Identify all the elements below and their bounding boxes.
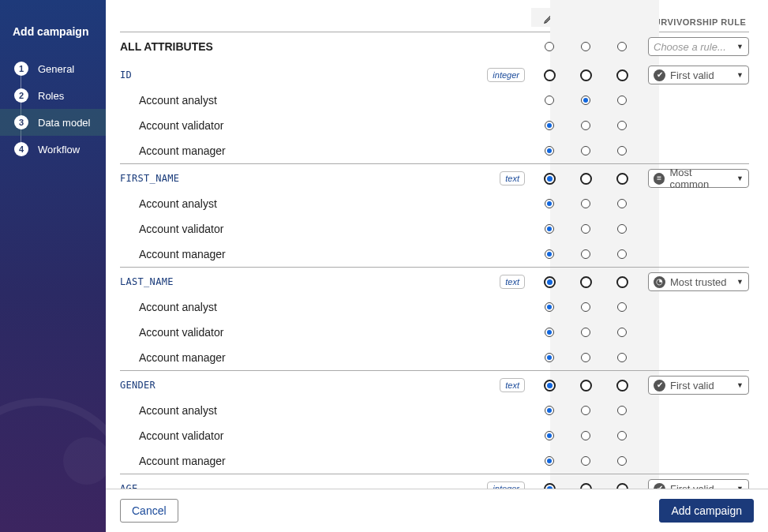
role-perm-edit[interactable] — [545, 353, 554, 362]
attr-perm-hide[interactable] — [616, 69, 628, 81]
role-perm-edit[interactable] — [545, 146, 554, 155]
role-perm-hide[interactable] — [617, 199, 627, 208]
role-perm-edit[interactable] — [545, 121, 554, 130]
role-perm-edit[interactable] — [545, 302, 554, 312]
all-attr-rule-select[interactable]: Choose a rule... ▼ — [648, 37, 749, 56]
chevron-down-icon: ▼ — [736, 381, 744, 389]
survivorship-header: SURVIVORSHIP RULE — [640, 17, 749, 27]
role-perm-view[interactable] — [581, 431, 590, 440]
role-perm-view[interactable] — [581, 456, 590, 466]
attr-perm-hide[interactable] — [616, 173, 628, 185]
data-model-scroll[interactable]: SURVIVORSHIP RULE ALL ATTRIBUTES Choose … — [106, 0, 768, 489]
rule-icon: ✔ — [654, 483, 665, 489]
role-perm-edit[interactable] — [545, 328, 554, 337]
wizard-step-1[interactable]: 1General — [0, 55, 106, 82]
wizard-step-3[interactable]: 3Data model — [0, 109, 106, 136]
chevron-down-icon: ▼ — [736, 174, 744, 182]
role-perm-edit[interactable] — [545, 199, 554, 208]
role-perm-view[interactable] — [581, 249, 590, 259]
rule-icon: ≡ — [654, 173, 665, 185]
step-number: 3 — [14, 115, 28, 129]
role-perm-hide[interactable] — [617, 353, 627, 362]
rule-select[interactable]: ≡Most common▼ — [648, 169, 749, 188]
all-attr-perm-hide[interactable] — [617, 42, 627, 51]
rule-select[interactable]: ✔First valid▼ — [648, 479, 749, 489]
cancel-button[interactable]: Cancel — [120, 499, 178, 523]
wizard-step-4[interactable]: 4Workflow — [0, 136, 106, 163]
role-perm-view[interactable] — [581, 146, 590, 155]
attribute-name: AGE — [120, 483, 138, 489]
chevron-down-icon: ▼ — [736, 71, 744, 79]
attr-perm-view[interactable] — [580, 483, 592, 489]
role-name: Account analyst — [120, 197, 217, 210]
role-perm-hide[interactable] — [617, 224, 627, 234]
role-name: Account manager — [120, 351, 226, 364]
rule-icon: ✔ — [654, 69, 665, 81]
role-perm-edit[interactable] — [545, 456, 554, 466]
role-perm-view[interactable] — [581, 96, 590, 105]
all-attr-perm-view[interactable] — [581, 42, 590, 51]
attribute-type-tag: text — [500, 275, 525, 289]
attr-perm-edit[interactable] — [544, 483, 556, 489]
attribute-name: GENDER — [120, 380, 155, 391]
all-attributes-row: ALL ATTRIBUTES Choose a rule... ▼ — [120, 32, 749, 61]
role-perm-view[interactable] — [581, 199, 590, 208]
role-perm-view[interactable] — [581, 406, 590, 415]
attr-perm-view[interactable] — [580, 173, 592, 185]
role-perm-view[interactable] — [581, 328, 590, 337]
role-perm-hide[interactable] — [617, 146, 627, 155]
role-name: Account manager — [120, 144, 226, 157]
attr-perm-hide[interactable] — [616, 380, 628, 392]
role-permission-row: Account manager — [120, 138, 749, 163]
role-perm-hide[interactable] — [617, 249, 627, 259]
attr-perm-edit[interactable] — [544, 173, 556, 185]
role-perm-edit[interactable] — [545, 431, 554, 440]
attr-perm-edit[interactable] — [544, 69, 556, 81]
role-perm-edit[interactable] — [545, 96, 554, 105]
role-perm-view[interactable] — [581, 224, 590, 234]
rule-select[interactable]: ✔First valid▼ — [648, 376, 749, 395]
role-perm-view[interactable] — [581, 302, 590, 312]
all-attributes-label: ALL ATTRIBUTES — [120, 36, 213, 58]
rule-icon: ◔ — [654, 276, 665, 288]
step-label: Roles — [38, 90, 64, 102]
attribute-name: LAST_NAME — [120, 276, 174, 287]
attr-perm-view[interactable] — [580, 276, 592, 288]
role-perm-hide[interactable] — [617, 406, 627, 415]
wizard-step-2[interactable]: 2Roles — [0, 82, 106, 109]
role-permission-row: Account manager — [120, 242, 749, 267]
rule-select-label: Most trusted — [670, 276, 727, 288]
sidebar-title: Add campaign — [0, 25, 106, 55]
attr-perm-hide[interactable] — [616, 483, 628, 489]
role-perm-hide[interactable] — [617, 431, 627, 440]
rule-select[interactable]: ◔Most trusted▼ — [648, 272, 749, 291]
role-perm-view[interactable] — [581, 353, 590, 362]
role-perm-hide[interactable] — [617, 456, 627, 466]
attr-perm-edit[interactable] — [544, 276, 556, 288]
attr-perm-hide[interactable] — [616, 276, 628, 288]
role-perm-hide[interactable] — [617, 96, 627, 105]
all-attr-perm-edit[interactable] — [545, 42, 554, 51]
role-perm-edit[interactable] — [545, 249, 554, 259]
attr-perm-edit[interactable] — [544, 380, 556, 392]
attribute-type-tag: text — [500, 378, 525, 392]
attribute-row: GENDERtext✔First valid▼ — [120, 370, 749, 398]
attr-perm-view[interactable] — [580, 69, 592, 81]
role-perm-hide[interactable] — [617, 302, 627, 312]
role-name: Account analyst — [120, 404, 217, 417]
add-campaign-button[interactable]: Add campaign — [659, 499, 754, 523]
role-perm-hide[interactable] — [617, 328, 627, 337]
role-permission-row: Account manager — [120, 345, 749, 370]
eye-icon — [568, 10, 604, 24]
role-permission-row: Account analyst — [120, 88, 749, 113]
role-name: Account validator — [120, 223, 223, 235]
step-label: Data model — [38, 117, 90, 129]
rule-select[interactable]: ✔First valid▼ — [648, 66, 749, 84]
attr-perm-view[interactable] — [580, 380, 592, 392]
role-perm-view[interactable] — [581, 121, 590, 130]
role-perm-hide[interactable] — [617, 121, 627, 130]
role-name: Account validator — [120, 429, 223, 442]
role-perm-edit[interactable] — [545, 224, 554, 234]
attribute-row: LAST_NAMEtext◔Most trusted▼ — [120, 267, 749, 294]
role-perm-edit[interactable] — [545, 406, 554, 415]
